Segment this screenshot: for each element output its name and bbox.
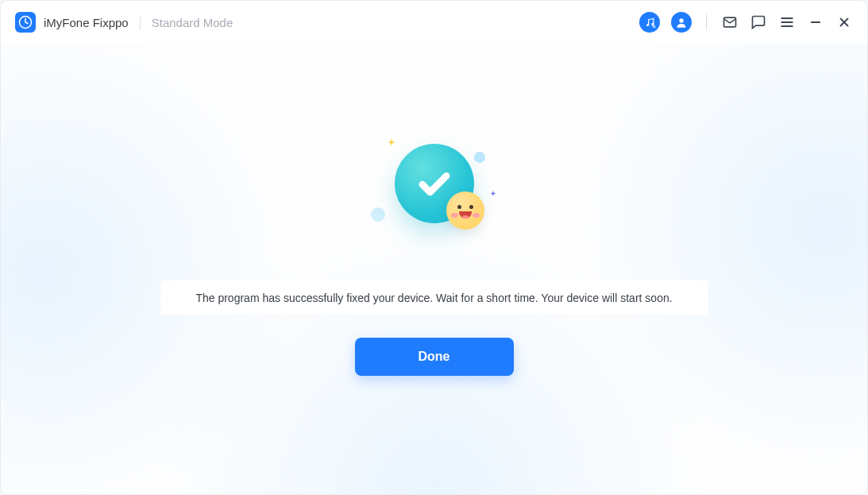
done-button[interactable]: Done — [355, 338, 514, 376]
app-logo — [15, 12, 36, 33]
account-icon[interactable] — [671, 12, 692, 33]
menu-icon[interactable] — [778, 14, 796, 31]
sparkle-icon — [488, 188, 498, 203]
titlebar: iMyFone Fixppo Standard Mode — [1, 1, 867, 44]
music-search-icon[interactable] — [639, 12, 660, 33]
minimize-button[interactable] — [807, 14, 824, 31]
app-name: iMyFone Fixppo — [44, 16, 129, 29]
mode-label: Standard Mode — [152, 16, 233, 29]
sparkle-icon — [385, 137, 398, 153]
decorative-bubble-icon — [371, 207, 385, 222]
feedback-icon[interactable] — [750, 14, 767, 31]
smiley-icon — [446, 191, 484, 230]
mail-icon[interactable] — [721, 14, 739, 31]
title-divider — [140, 15, 141, 29]
close-button[interactable] — [835, 14, 853, 31]
success-illustration — [355, 137, 514, 257]
content-area: The program has successfully fixed your … — [1, 44, 867, 494]
titlebar-icons — [639, 12, 853, 33]
status-message: The program has successfully fixed your … — [160, 280, 708, 315]
svg-point-1 — [646, 24, 649, 26]
app-window: iMyFone Fixppo Standard Mode — [0, 0, 868, 495]
decorative-bubble-icon — [474, 152, 485, 163]
svg-point-4 — [679, 18, 683, 22]
icon-divider — [706, 14, 707, 30]
